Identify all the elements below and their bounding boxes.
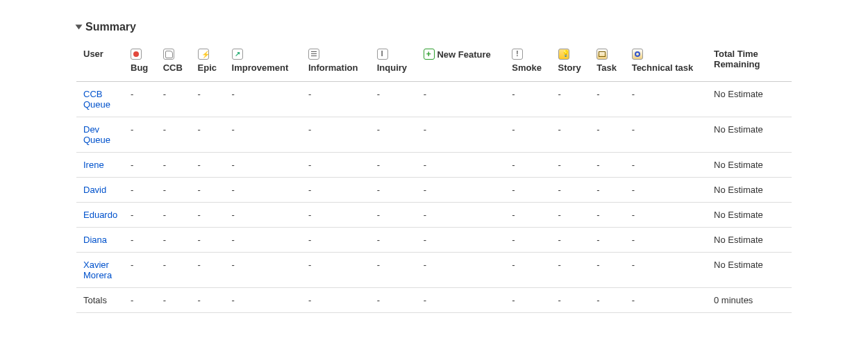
cell: - bbox=[192, 203, 226, 228]
total-cell: No Estimate bbox=[708, 178, 792, 203]
technical-task-icon bbox=[632, 49, 643, 60]
cell: - bbox=[418, 253, 507, 288]
cell: - bbox=[125, 253, 158, 288]
cell: - bbox=[158, 178, 192, 203]
smoke-icon: ! bbox=[512, 49, 523, 60]
cell: - bbox=[591, 288, 626, 313]
cell: - bbox=[303, 178, 372, 203]
user-link[interactable]: Diana bbox=[83, 235, 107, 245]
cell: - bbox=[418, 117, 507, 153]
section-title: Summary bbox=[85, 21, 136, 33]
cell: - bbox=[303, 228, 372, 253]
cell: - bbox=[303, 203, 372, 228]
cell: - bbox=[553, 117, 592, 153]
cell: - bbox=[506, 153, 552, 178]
cell: - bbox=[303, 82, 372, 117]
summary-table: User Bug CCB ⚡Epic ↗Improvement Informat… bbox=[76, 43, 792, 313]
cell: - bbox=[506, 228, 552, 253]
cell: - bbox=[192, 178, 226, 203]
cell: - bbox=[626, 117, 708, 153]
col-epic: ⚡Epic bbox=[192, 43, 226, 82]
table-row: CCB Queue-----------No Estimate bbox=[76, 82, 792, 117]
cell: - bbox=[626, 178, 708, 203]
cell: - bbox=[372, 288, 418, 313]
cell: - bbox=[553, 253, 592, 288]
cell: - bbox=[125, 178, 158, 203]
col-smoke: !Smoke bbox=[506, 43, 552, 82]
cell: - bbox=[553, 178, 592, 203]
ccb-icon bbox=[163, 49, 174, 60]
cell: - bbox=[506, 288, 552, 313]
cell: - bbox=[506, 178, 552, 203]
cell: - bbox=[591, 228, 626, 253]
cell: - bbox=[418, 203, 507, 228]
cell: - bbox=[591, 253, 626, 288]
cell: - bbox=[506, 203, 552, 228]
bug-icon bbox=[131, 49, 142, 60]
cell: - bbox=[372, 178, 418, 203]
col-technical-task: Technical task bbox=[626, 43, 708, 82]
col-information: Information bbox=[303, 43, 372, 82]
cell: - bbox=[626, 228, 708, 253]
section-header[interactable]: Summary bbox=[76, 21, 792, 33]
cell: - bbox=[125, 153, 158, 178]
cell: - bbox=[125, 228, 158, 253]
total-cell: 0 minutes bbox=[708, 288, 792, 313]
user-link[interactable]: CCB Queue bbox=[83, 89, 110, 110]
user-link[interactable]: David bbox=[83, 185, 106, 195]
cell: - bbox=[226, 117, 303, 153]
cell: - bbox=[372, 228, 418, 253]
table-row: Xavier Morera-----------No Estimate bbox=[76, 253, 792, 288]
cell: - bbox=[372, 82, 418, 117]
col-story: 💡Story bbox=[553, 43, 592, 82]
total-cell: No Estimate bbox=[708, 117, 792, 153]
cell: - bbox=[626, 203, 708, 228]
totals-row: Totals-----------0 minutes bbox=[76, 288, 792, 313]
col-improvement: ↗Improvement bbox=[226, 43, 303, 82]
cell: - bbox=[125, 203, 158, 228]
cell: - bbox=[591, 117, 626, 153]
totals-label: Totals bbox=[76, 288, 125, 313]
inquiry-icon: I bbox=[377, 49, 388, 60]
cell: - bbox=[158, 117, 192, 153]
cell: - bbox=[192, 228, 226, 253]
cell: - bbox=[591, 82, 626, 117]
total-cell: No Estimate bbox=[708, 253, 792, 288]
cell: - bbox=[553, 82, 592, 117]
cell: - bbox=[372, 203, 418, 228]
cell: - bbox=[226, 288, 303, 313]
cell: - bbox=[125, 117, 158, 153]
info-icon bbox=[308, 49, 319, 60]
col-bug: Bug bbox=[125, 43, 158, 82]
new-feature-icon: + bbox=[424, 49, 435, 60]
cell: - bbox=[553, 153, 592, 178]
user-link[interactable]: Eduardo bbox=[83, 210, 117, 220]
col-ccb: CCB bbox=[158, 43, 192, 82]
cell: - bbox=[418, 288, 507, 313]
table-row: Irene-----------No Estimate bbox=[76, 153, 792, 178]
table-row: David-----------No Estimate bbox=[76, 178, 792, 203]
cell: - bbox=[226, 228, 303, 253]
col-total-time: Total Time Remaining bbox=[708, 43, 792, 82]
cell: - bbox=[192, 253, 226, 288]
col-inquiry: IInquiry bbox=[372, 43, 418, 82]
total-cell: No Estimate bbox=[708, 82, 792, 117]
cell: - bbox=[591, 178, 626, 203]
cell: - bbox=[506, 253, 552, 288]
cell: - bbox=[303, 117, 372, 153]
cell: - bbox=[553, 288, 592, 313]
user-link[interactable]: Xavier Morera bbox=[83, 260, 112, 280]
cell: - bbox=[158, 203, 192, 228]
cell: - bbox=[506, 117, 552, 153]
total-cell: No Estimate bbox=[708, 203, 792, 228]
cell: - bbox=[418, 178, 507, 203]
cell: - bbox=[303, 253, 372, 288]
improvement-icon: ↗ bbox=[232, 49, 243, 60]
cell: - bbox=[158, 288, 192, 313]
user-link[interactable]: Dev Queue bbox=[83, 124, 110, 145]
col-user: User bbox=[76, 43, 125, 82]
chevron-down-icon[interactable] bbox=[76, 25, 83, 30]
user-link[interactable]: Irene bbox=[83, 160, 104, 170]
cell: - bbox=[553, 203, 592, 228]
cell: - bbox=[192, 153, 226, 178]
